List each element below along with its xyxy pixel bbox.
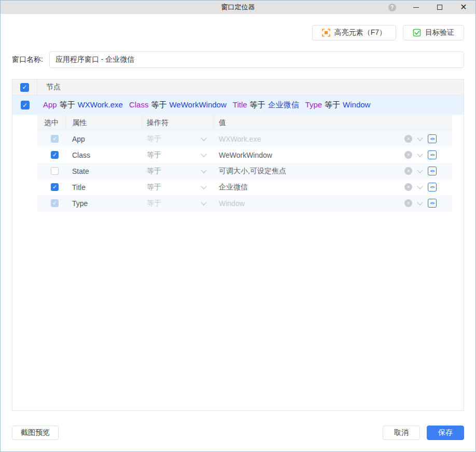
row-attribute: Title (66, 183, 142, 191)
value-field[interactable]: WXWork.exe × <> (214, 134, 452, 143)
summary-op: 等于 (151, 100, 166, 110)
summary-segment: Type 等于 Window (305, 100, 371, 110)
node-checkbox-cell: ✓ (12, 95, 37, 115)
save-button[interactable]: 保存 (427, 426, 464, 440)
clear-icon[interactable]: × (404, 199, 412, 207)
operator-label: 等于 (147, 183, 161, 192)
attribute-sub-table: 选中 属性 操作符 值 ✓ App 等于 WXWork. (37, 115, 452, 211)
node-summary: App 等于 WXWork.exe Class 等于 WeWorkWindow … (37, 100, 370, 110)
clear-icon[interactable]: × (404, 167, 412, 175)
row-value: 企业微信 (219, 183, 248, 192)
highlight-element-button[interactable]: 高亮元素（F7） (312, 25, 396, 40)
node-checkbox[interactable]: ✓ (21, 101, 30, 109)
summary-op: 等于 (250, 100, 265, 110)
column-operator: 操作符 (142, 115, 214, 131)
dialog-content: 高亮元素（F7） 目标验证 窗口名称: ✓ 节点 (1, 14, 475, 451)
highlight-element-label: 高亮元素（F7） (334, 28, 386, 37)
footer: 截图预览 取消 保存 (12, 426, 464, 440)
code-view-icon[interactable]: <> (428, 167, 437, 175)
operator-label: 等于 (147, 167, 161, 176)
row-attribute: State (66, 167, 142, 175)
row-attribute: Class (66, 151, 142, 159)
row-checkbox[interactable]: ✓ (51, 151, 59, 159)
chevron-down-icon[interactable] (417, 151, 423, 157)
cancel-button[interactable]: 取消 (383, 426, 420, 440)
close-icon: ✕ (460, 3, 467, 11)
clear-icon[interactable]: × (404, 183, 412, 191)
code-view-icon[interactable]: <> (428, 199, 437, 208)
window-name-label: 窗口名称: (12, 55, 43, 64)
chevron-down-icon[interactable] (417, 183, 423, 189)
operator-select[interactable]: 等于 (142, 150, 214, 160)
row-actions: × <> (404, 183, 437, 191)
value-field[interactable]: 企业微信 × <> (214, 183, 452, 192)
chevron-down-icon (201, 183, 206, 189)
operator-label: 等于 (147, 199, 161, 208)
row-select-cell: ✓ (37, 151, 66, 159)
clear-icon[interactable]: × (404, 135, 412, 143)
select-all-cell: ✓ (12, 79, 37, 95)
target-verify-button[interactable]: 目标验证 (403, 25, 464, 40)
summary-value: Window (343, 100, 370, 110)
scan-frame-icon (322, 29, 330, 37)
chevron-down-icon[interactable] (417, 167, 423, 173)
chevron-down-icon[interactable] (417, 135, 423, 141)
row-checkbox[interactable]: ✓ (51, 183, 59, 191)
clear-icon[interactable]: × (404, 151, 412, 159)
node-column-header: 节点 (37, 83, 61, 92)
row-select-cell: ✓ (37, 167, 66, 175)
window-name-input[interactable] (49, 51, 464, 68)
row-actions: × <> (404, 167, 437, 175)
operator-select[interactable]: 等于 (142, 167, 214, 176)
row-select-cell: ✓ (37, 135, 66, 143)
row-select-cell: ✓ (37, 199, 66, 207)
close-button[interactable]: ✕ (452, 1, 475, 14)
maximize-button[interactable] (428, 1, 452, 14)
row-select-cell: ✓ (37, 183, 66, 191)
chevron-down-icon (201, 199, 206, 205)
value-field[interactable]: Window × <> (214, 199, 452, 208)
row-attribute: App (66, 135, 142, 143)
summary-segment: Title 等于 企业微信 (233, 100, 299, 110)
summary-value: WXWork.exe (78, 100, 123, 110)
summary-segment: App 等于 WXWork.exe (43, 100, 123, 110)
node-summary-row[interactable]: ✓ App 等于 WXWork.exe Class 等于 WeWorkWindo… (12, 95, 464, 115)
window-locator-dialog: 窗口定位器 ? ✕ (0, 0, 476, 452)
minimize-icon (413, 7, 419, 8)
row-attribute: Type (66, 199, 142, 208)
chevron-down-icon[interactable] (417, 199, 423, 205)
chevron-down-icon (201, 151, 206, 157)
verify-check-icon (413, 29, 421, 37)
value-field[interactable]: WeWorkWindow × <> (214, 150, 452, 159)
row-checkbox[interactable]: ✓ (51, 135, 59, 143)
operator-select[interactable]: 等于 (142, 183, 214, 192)
code-view-icon[interactable]: <> (428, 134, 437, 143)
row-checkbox[interactable]: ✓ (51, 199, 59, 207)
code-view-icon[interactable]: <> (428, 150, 437, 159)
sub-table-header: 选中 属性 操作符 值 (37, 115, 452, 131)
select-all-checkbox[interactable]: ✓ (20, 83, 29, 92)
value-field[interactable]: 可调大小,可设定焦点 × <> (214, 167, 452, 176)
operator-select[interactable]: 等于 (142, 199, 214, 208)
help-icon: ? (388, 4, 396, 11)
summary-segment: Class 等于 WeWorkWindow (129, 100, 227, 110)
code-view-icon[interactable]: <> (428, 183, 437, 191)
row-checkbox[interactable]: ✓ (51, 167, 59, 175)
summary-op: 等于 (325, 100, 340, 110)
summary-op: 等于 (60, 100, 75, 110)
screenshot-preview-button[interactable]: 截图预览 (12, 426, 59, 440)
table-row: ✓ App 等于 WXWork.exe × <> (37, 131, 452, 147)
help-button[interactable]: ? (380, 1, 404, 14)
operator-select[interactable]: 等于 (142, 134, 214, 144)
row-value: 可调大小,可设定焦点 (219, 167, 286, 176)
target-verify-label: 目标验证 (425, 28, 454, 37)
minimize-button[interactable] (404, 1, 428, 14)
chevron-down-icon (201, 167, 206, 173)
row-value: WXWork.exe (219, 135, 261, 143)
operator-label: 等于 (147, 134, 161, 144)
summary-attr: Title (233, 100, 247, 110)
summary-value: WeWorkWindow (169, 100, 226, 110)
table-row: ✓ Class 等于 WeWorkWindow × <> (37, 147, 452, 163)
row-value: WeWorkWindow (219, 151, 272, 159)
table-row: ✓ Title 等于 企业微信 × <> (37, 179, 452, 195)
